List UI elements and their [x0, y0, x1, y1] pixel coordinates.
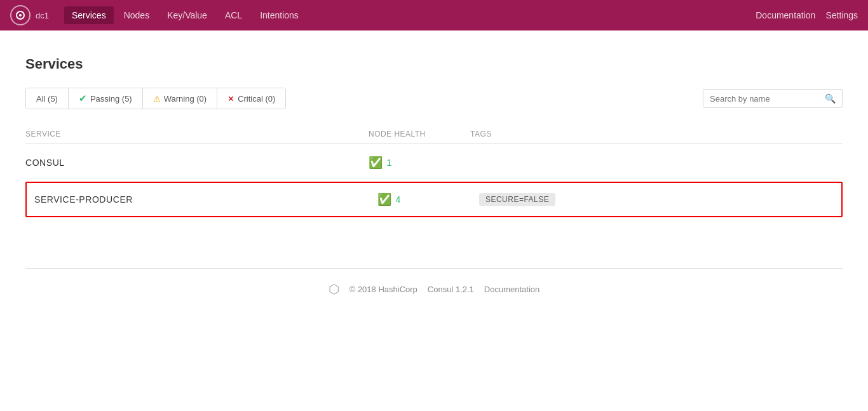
- footer-copyright: © 2018 HashiCorp: [349, 285, 417, 294]
- filter-tabs: All (5) ✔ Passing (5) ⚠ Warning (0) ✕ Cr…: [25, 88, 286, 109]
- filter-bar: All (5) ✔ Passing (5) ⚠ Warning (0) ✕ Cr…: [25, 88, 843, 109]
- warning-icon: ⚠: [153, 94, 161, 104]
- logo-circle: [10, 5, 31, 25]
- nav-acl[interactable]: ACL: [217, 6, 250, 24]
- filter-passing-label: Passing (5): [90, 94, 132, 104]
- table-row[interactable]: service-producer ✅ 4 secure=false: [27, 183, 841, 216]
- health-count-producer: 4: [395, 194, 400, 205]
- table-row[interactable]: consul ✅ 1: [25, 147, 843, 179]
- nav-documentation[interactable]: Documentation: [756, 10, 815, 20]
- critical-icon: ✕: [227, 94, 234, 104]
- nav-keyvalue[interactable]: Key/Value: [159, 6, 215, 24]
- col-service-header: Service: [25, 130, 369, 138]
- col-health-header: Node Health: [369, 130, 470, 138]
- nav-right: Documentation Settings: [756, 10, 858, 20]
- tag-secure-false: secure=false: [479, 193, 555, 206]
- filter-all-label: All (5): [36, 94, 58, 104]
- footer-docs[interactable]: Documentation: [484, 285, 539, 294]
- filter-warning-label: Warning (0): [164, 94, 207, 104]
- search-icon: 🔍: [825, 93, 836, 104]
- footer-version[interactable]: Consul 1.2.1: [428, 285, 474, 294]
- table-header: Service Node Health Tags: [25, 125, 843, 144]
- service-tags-producer: secure=false: [479, 193, 834, 206]
- datacenter-label: dc1: [36, 11, 49, 20]
- service-health-producer: ✅ 4: [377, 194, 479, 205]
- main-content: Services All (5) ✔ Passing (5) ⚠ Warning…: [0, 30, 868, 411]
- health-check-icon-producer: ✅: [377, 194, 391, 205]
- page-title: Services: [25, 56, 843, 72]
- service-health-consul: ✅ 1: [369, 157, 470, 168]
- filter-critical-label: Critical (0): [238, 94, 275, 104]
- logo-inner: [16, 11, 25, 20]
- logo-dot: [19, 14, 22, 17]
- filter-all[interactable]: All (5): [26, 88, 69, 109]
- nav-services[interactable]: Services: [64, 6, 114, 24]
- health-check-icon-consul: ✅: [369, 157, 383, 168]
- logo: dc1: [10, 5, 51, 25]
- nav-intentions[interactable]: Intentions: [252, 6, 306, 24]
- nav-nodes[interactable]: Nodes: [116, 6, 157, 24]
- col-tags-header: Tags: [470, 130, 843, 138]
- navbar: dc1 Services Nodes Key/Value ACL Intenti…: [0, 0, 868, 30]
- service-name-producer: service-producer: [34, 194, 377, 205]
- filter-passing[interactable]: ✔ Passing (5): [69, 88, 143, 109]
- passing-icon: ✔: [79, 93, 87, 104]
- filter-warning[interactable]: ⚠ Warning (0): [143, 88, 217, 109]
- health-count-consul: 1: [386, 158, 391, 168]
- nav-links: Services Nodes Key/Value ACL Intentions: [64, 6, 756, 24]
- search-input[interactable]: [710, 94, 825, 104]
- nav-settings[interactable]: Settings: [825, 10, 858, 20]
- footer: ⬡ © 2018 HashiCorp Consul 1.2.1 Document…: [25, 268, 843, 309]
- search-box[interactable]: 🔍: [703, 89, 843, 108]
- hashicorp-logo-icon: ⬡: [329, 281, 339, 297]
- filter-critical[interactable]: ✕ Critical (0): [217, 88, 285, 109]
- service-name-consul: consul: [25, 158, 369, 168]
